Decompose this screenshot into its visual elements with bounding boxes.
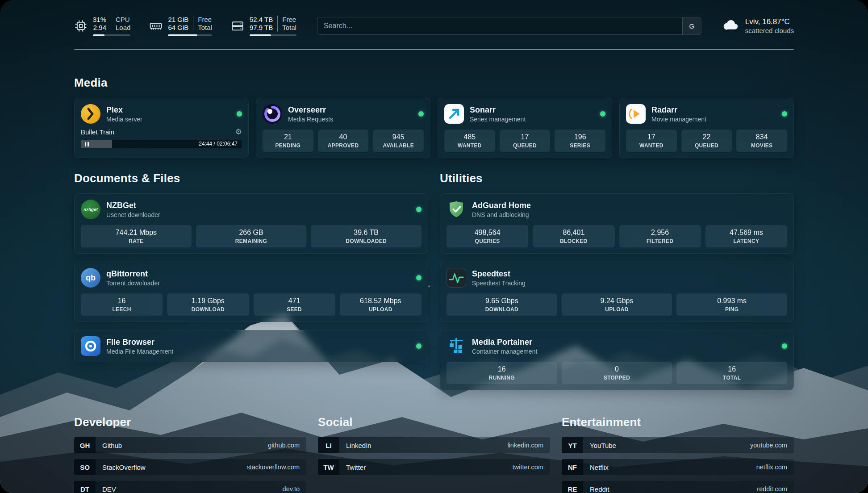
stat-series: 196SERIES: [555, 130, 605, 152]
app-name: Overseerr: [288, 105, 333, 115]
cpu-percent: 31%: [93, 16, 106, 24]
status-dot: [418, 111, 424, 117]
bookmark-url: stackoverflow.com: [247, 464, 300, 471]
playback-progress-bar[interactable]: 24:44 / 02:06:47: [81, 140, 242, 148]
disk-label-bottom: Total: [282, 24, 296, 32]
bookmark-name: DEV: [102, 485, 116, 493]
ram-progress-bar: [168, 34, 212, 37]
bookmark-name: Netflix: [590, 464, 609, 471]
overseerr-icon: [263, 104, 282, 124]
app-subtitle: Container management: [472, 348, 537, 355]
app-name: AdGuard Home: [472, 201, 531, 210]
bookmark-youtube[interactable]: YT YouTube youtube.com: [562, 437, 794, 453]
disk-metric: 52.4 TB 97.9 TB Free Total: [231, 16, 296, 37]
ram-free: 21 GiB: [168, 16, 188, 24]
stat-seed: 471SEED: [254, 293, 335, 316]
cloud-icon: [722, 16, 740, 36]
stat-blocked: 86,401BLOCKED: [533, 225, 614, 247]
section-title-entertainment: Entertainment: [562, 415, 794, 429]
snow-speckles: [0, 0, 1, 1]
app-name: qBittorrent: [106, 269, 160, 279]
bookmark-twitter[interactable]: TW Twitter twitter.com: [318, 459, 550, 475]
bookmark-url: twitter.com: [513, 464, 543, 471]
nzbget-card[interactable]: nzbget NZBGet Usenet downloader 744.21 M…: [74, 193, 428, 254]
qbittorrent-card[interactable]: qb qBittorrent Torrent downloader 16LEEC…: [74, 262, 428, 322]
radarr-card[interactable]: Radarr Movie management 17WANTED 22QUEUE…: [619, 98, 794, 158]
pause-icon[interactable]: [85, 142, 89, 146]
speedtest-icon: [447, 268, 466, 288]
app-subtitle: Media Requests: [288, 116, 333, 123]
bookmark-abbr: GH: [74, 437, 96, 453]
section-title-media: Media: [74, 76, 794, 90]
cpu-icon: [74, 19, 88, 33]
stat-approved: 40APPROVED: [318, 130, 369, 152]
portainer-card[interactable]: Media Portainer Container management 16R…: [440, 330, 794, 390]
gear-icon[interactable]: ⚙: [235, 128, 242, 136]
header-divider: [74, 49, 794, 50]
nzbget-icon-label: nzbget: [83, 207, 98, 212]
stat-queued: 22QUEUED: [681, 130, 732, 152]
cpu-label-top: CPU: [116, 16, 130, 24]
status-dot: [416, 343, 421, 349]
filebrowser-card[interactable]: File Browser Media File Management: [74, 330, 428, 362]
search-bar: G: [317, 17, 701, 35]
top-bar: 31% 2.94 CPU Load: [74, 14, 794, 38]
stat-upload: 9.24 GbpsUPLOAD: [562, 293, 672, 316]
disk-free: 52.4 TB: [250, 16, 273, 24]
bookmark-url: youtube.com: [750, 442, 787, 449]
ram-label-bottom: Total: [198, 24, 212, 32]
plex-icon: [81, 104, 100, 124]
dashboard-screen: 31% 2.94 CPU Load: [0, 0, 868, 493]
bookmark-linkedin[interactable]: LI LinkedIn linkedin.com: [318, 437, 550, 453]
bookmark-github[interactable]: GH Github github.com: [74, 437, 306, 453]
stat-filtered: 2,956FILTERED: [619, 225, 701, 247]
system-metrics: 31% 2.94 CPU Load: [74, 16, 296, 37]
status-dot: [416, 207, 421, 212]
bookmark-url: netflix.com: [756, 464, 787, 471]
bookmark-abbr: NF: [562, 459, 583, 475]
qbittorrent-icon-label: qb: [86, 273, 96, 283]
bookmark-abbr: YT: [562, 437, 583, 453]
stat-movies: 834MOVIES: [736, 130, 787, 152]
bookmark-name: Reddit: [590, 485, 609, 493]
adguard-card[interactable]: AdGuard Home DNS and adblocking 498,564Q…: [440, 193, 794, 254]
speedtest-card[interactable]: Speedtest Speedtest Tracking 9.65 GbpsDO…: [440, 262, 794, 322]
app-subtitle: Torrent downloader: [106, 280, 160, 287]
bookmark-reddit[interactable]: RE Reddit reddit.com: [562, 481, 794, 493]
search-input[interactable]: [317, 17, 682, 34]
stat-download: 9.65 GbpsDOWNLOAD: [447, 293, 557, 316]
section-title-social: Social: [318, 415, 550, 429]
section-title-utilities: Utilities: [440, 171, 794, 185]
app-subtitle: Speedtest Tracking: [472, 280, 526, 287]
qbittorrent-icon: qb: [81, 268, 100, 288]
search-engine-button[interactable]: G: [682, 17, 701, 34]
disk-progress-bar: [250, 34, 296, 37]
bookmark-name: LinkedIn: [346, 442, 371, 449]
disk-label-top: Free: [282, 16, 296, 24]
stat-available: 945AVAILABLE: [373, 130, 424, 152]
weather-widget: Lviv, 16.87°C scattered clouds: [722, 16, 794, 36]
bookmark-url: dev.to: [283, 485, 300, 493]
bookmark-dev[interactable]: DT DEV dev.to: [74, 481, 306, 493]
app-name: Media Portainer: [472, 337, 537, 347]
bookmark-name: Twitter: [346, 464, 366, 471]
ram-icon: [149, 19, 163, 33]
playback-time: 24:44 / 02:06:47: [199, 140, 238, 148]
stat-queries: 498,564QUERIES: [447, 225, 528, 247]
stat-upload: 618.52 MbpsUPLOAD: [340, 293, 421, 316]
bookmark-stackoverflow[interactable]: SO StackOverflow stackoverflow.com: [74, 459, 306, 475]
bookmark-abbr: DT: [74, 481, 96, 493]
status-dot: [237, 111, 242, 117]
bookmark-url: reddit.com: [757, 485, 787, 493]
disk-total: 97.9 TB: [250, 24, 273, 32]
app-name: Speedtest: [472, 269, 526, 279]
sonarr-card[interactable]: Sonarr Series management 485WANTED 17QUE…: [438, 98, 612, 158]
bookmark-name: StackOverflow: [102, 464, 146, 471]
bookmark-name: Github: [102, 442, 122, 449]
overseerr-card[interactable]: Overseerr Media Requests 21PENDING 40APP…: [256, 98, 430, 158]
stat-queued: 17QUEUED: [500, 130, 551, 152]
app-subtitle: Media server: [106, 116, 142, 123]
plex-card[interactable]: Plex Media server Bullet Train ⚙ 24:44 /…: [74, 98, 249, 158]
cpu-metric: 31% 2.94 CPU Load: [74, 16, 130, 37]
bookmark-netflix[interactable]: NF Netflix netflix.com: [562, 459, 794, 475]
